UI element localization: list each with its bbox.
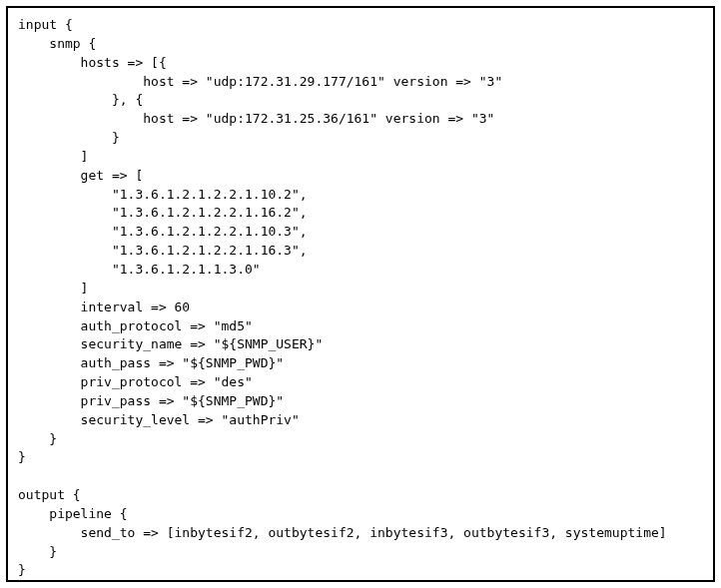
config-code-content: input { snmp { hosts => [{ host => "udp:… [18, 17, 667, 577]
config-code-block: input { snmp { hosts => [{ host => "udp:… [6, 6, 715, 582]
